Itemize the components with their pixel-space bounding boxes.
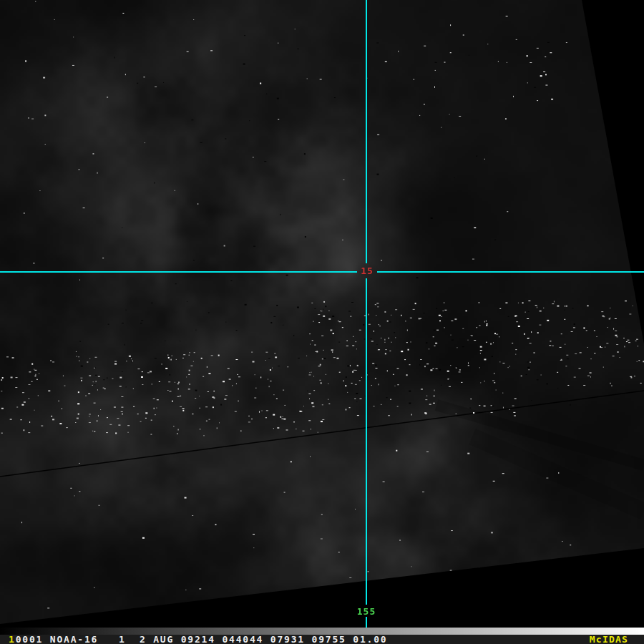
status-line: 10001 NOAA-16 1 2 AUG 09214 044044 07931… — [9, 635, 387, 644]
longitude-label: 155 — [354, 607, 379, 616]
image-info-text: 0001 NOAA-16 1 2 AUG 09214 044044 07931 … — [16, 634, 388, 644]
status-bar: 10001 NOAA-16 1 2 AUG 09214 044044 07931… — [0, 635, 644, 644]
mcidas-label: McIDAS — [590, 635, 628, 644]
crosshair-horizontal-line-left — [0, 271, 357, 273]
crosshair-vertical-line-top — [366, 0, 367, 263]
satellite-image[interactable] — [0, 0, 644, 628]
crosshair-horizontal-line-right — [377, 271, 644, 273]
frame-number: 1 — [9, 634, 16, 644]
mcidas-window: 15 155 10001 NOAA-16 1 2 AUG 09214 04404… — [0, 0, 644, 644]
crosshair-vertical-line-middle — [366, 278, 367, 605]
latitude-label: 15 — [355, 266, 379, 275]
